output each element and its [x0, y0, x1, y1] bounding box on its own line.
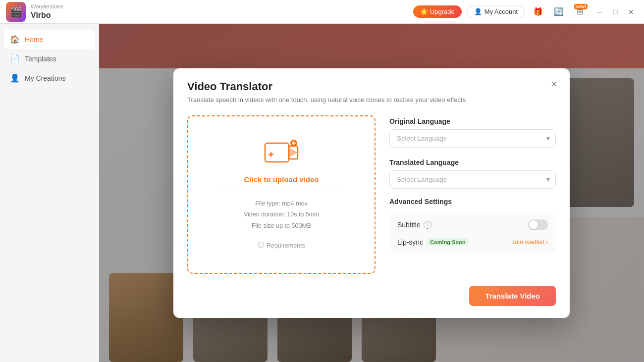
file-type-info: File type: mp4,mov — [244, 198, 319, 209]
content-area: Video Translator Translate speech in vid… — [99, 24, 644, 362]
coming-soon-badge: Coming Soon — [426, 238, 470, 246]
sidebar-item-home[interactable]: 🏠 Home — [4, 30, 95, 49]
sidebar-item-my-creations-label: My Creations — [25, 74, 65, 82]
lipsync-row: Lip-sync Coming Soon Join waitlist › — [397, 238, 548, 246]
modal-subtitle: Translate speech in videos with one touc… — [187, 96, 556, 103]
modal-body: Click to upload video File type: mp4,mov… — [173, 107, 570, 286]
requirements-icon: ⓘ — [258, 241, 264, 250]
modal-close-button[interactable]: ✕ — [547, 77, 561, 91]
home-icon: 🏠 — [10, 35, 20, 44]
modal-footer: Translate Video — [173, 286, 570, 318]
main-layout: 🏠 Home 📄 Templates 👤 My Creations — [0, 24, 644, 362]
lipsync-text: Lip-sync — [397, 238, 423, 246]
join-waitlist-text: Join waitlist — [511, 238, 544, 246]
upload-area[interactable]: Click to upload video File type: mp4,mov… — [187, 115, 376, 274]
app-name-block: Wondershare Virbo — [31, 3, 63, 19]
apps-icon-button[interactable]: NEW! ⊞ — [572, 4, 588, 20]
subtitle-row: Subtitle i — [397, 219, 548, 230]
refresh-icon-button[interactable]: 🔄 — [551, 4, 567, 20]
new-badge: NEW! — [574, 4, 588, 9]
lipsync-label: Lip-sync Coming Soon — [397, 238, 470, 246]
my-creations-icon: 👤 — [10, 73, 20, 83]
modal-header: Video Translator Translate speech in vid… — [173, 68, 570, 107]
upload-click-text: Click to upload video — [244, 175, 319, 184]
upload-divider — [215, 191, 348, 191]
advanced-settings-label: Advanced Settings — [389, 198, 556, 206]
minimize-button[interactable]: ─ — [592, 5, 606, 19]
upgrade-button[interactable]: ⭐ Upgrade — [413, 5, 462, 18]
sidebar-item-my-creations[interactable]: 👤 My Creations — [4, 68, 95, 88]
requirements-link[interactable]: ⓘ Requirements — [258, 241, 305, 250]
translated-language-select[interactable]: Select Language — [389, 170, 556, 189]
sidebar: 🏠 Home 📄 Templates 👤 My Creations — [0, 24, 99, 362]
translated-language-select-wrapper: Select Language ▾ — [389, 170, 556, 189]
toggle-knob — [529, 220, 538, 229]
app-product: Virbo — [31, 10, 63, 20]
sidebar-item-home-label: Home — [25, 36, 43, 44]
chevron-right-icon: › — [546, 238, 548, 246]
app-branding: 🎬 Wondershare Virbo — [6, 2, 63, 22]
subtitle-toggle[interactable] — [528, 219, 548, 230]
title-bar-right: ⭐ Upgrade 👤 My Account 🎁 🔄 NEW! ⊞ ─ □ ✕ — [413, 4, 638, 20]
subtitle-text: Subtitle — [397, 221, 421, 229]
my-account-button[interactable]: 👤 My Account — [467, 5, 525, 18]
subtitle-label: Subtitle i — [397, 221, 431, 229]
translated-language-label: Translated Language — [389, 158, 556, 166]
join-waitlist-link[interactable]: Join waitlist › — [511, 238, 548, 246]
settings-panel: Original Language Select Language ▾ Tran… — [389, 115, 556, 274]
duration-info: Video duration: 10s to 5min — [244, 209, 319, 220]
advanced-settings-box: Subtitle i Lip-sync — [389, 212, 556, 253]
requirements-label: Requirements — [267, 242, 305, 249]
svg-rect-0 — [265, 143, 289, 162]
gift-icon-button[interactable]: 🎁 — [530, 4, 546, 20]
svg-marker-2 — [289, 148, 298, 157]
app-logo: 🎬 — [6, 2, 26, 22]
upload-info: File type: mp4,mov Video duration: 10s t… — [244, 198, 319, 232]
title-bar: 🎬 Wondershare Virbo ⭐ Upgrade 👤 My Accou… — [0, 0, 644, 24]
templates-icon: 📄 — [10, 54, 20, 63]
file-size-info: File size up to 500MB — [244, 220, 319, 232]
original-language-select-wrapper: Select Language ▾ — [389, 129, 556, 148]
window-controls: ─ □ ✕ — [592, 5, 638, 19]
translate-video-button[interactable]: Translate Video — [469, 286, 556, 306]
subtitle-info-icon[interactable]: i — [424, 221, 431, 229]
sidebar-item-templates[interactable]: 📄 Templates — [4, 49, 95, 68]
app-brand: Wondershare — [31, 3, 63, 10]
upload-video-icon — [264, 139, 299, 168]
modal-title: Video Translator — [187, 80, 556, 93]
maximize-button[interactable]: □ — [608, 5, 622, 19]
original-language-select[interactable]: Select Language — [389, 129, 556, 148]
sidebar-item-templates-label: Templates — [25, 55, 56, 63]
original-language-label: Original Language — [389, 117, 556, 125]
close-button[interactable]: ✕ — [624, 5, 638, 19]
modal-backdrop: Video Translator Translate speech in vid… — [99, 24, 644, 362]
video-translator-modal: Video Translator Translate speech in vid… — [173, 68, 570, 318]
